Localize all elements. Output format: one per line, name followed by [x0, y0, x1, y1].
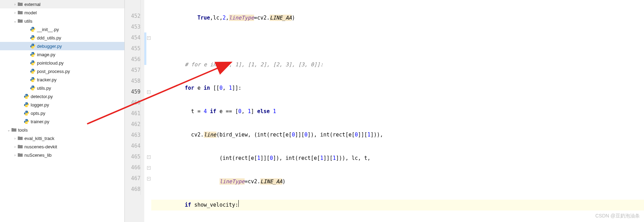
- python-file-icon: [30, 85, 36, 91]
- tree-item-utils[interactable]: ⌄utils: [0, 17, 124, 25]
- svg-point-5: [33, 48, 34, 48]
- svg-point-14: [32, 86, 32, 86]
- svg-point-16: [25, 94, 26, 95]
- tree-item-pointcloud-py[interactable]: pointcloud.py: [0, 59, 124, 67]
- fold-column: −−−−−: [146, 0, 151, 222]
- line-number[interactable]: 458: [125, 76, 141, 87]
- expand-arrow-icon[interactable]: ›: [13, 145, 17, 149]
- line-number[interactable]: 467: [125, 173, 141, 184]
- tree-item-ddd-utils-py[interactable]: ddd_utils.py: [0, 34, 124, 42]
- tree-item---init---py[interactable]: __init__.py: [0, 25, 124, 34]
- line-number[interactable]: 452: [125, 11, 141, 22]
- tree-item-tools[interactable]: ⌄tools: [0, 126, 124, 134]
- tree-item-detector-py[interactable]: detector.py: [0, 92, 124, 101]
- text-cursor: [238, 200, 239, 207]
- fold-marker: [146, 119, 151, 130]
- line-number[interactable]: 466: [125, 162, 141, 173]
- folder-icon: [17, 1, 23, 7]
- expand-arrow-icon[interactable]: ⌄: [13, 19, 17, 23]
- svg-point-8: [32, 61, 32, 61]
- fold-marker: [146, 65, 151, 76]
- fold-marker: [146, 11, 151, 22]
- watermark: CSDN @豆奶泡油条: [595, 213, 640, 219]
- tree-item-label: tools: [18, 127, 28, 133]
- fold-marker[interactable]: −: [146, 162, 151, 173]
- tree-item-post-process-py[interactable]: post_process.py: [0, 67, 124, 75]
- python-file-icon: [30, 77, 36, 82]
- tree-item-tracker-py[interactable]: tracker.py: [0, 75, 124, 84]
- fold-marker[interactable]: −: [146, 173, 151, 184]
- folder-icon: [17, 135, 23, 141]
- line-number[interactable]: 465: [125, 151, 141, 162]
- expand-arrow-icon[interactable]: ⌄: [6, 128, 11, 132]
- tree-item-nuscenes-devkit[interactable]: ›nuscenes-devkit: [0, 142, 124, 151]
- line-number[interactable]: 461: [125, 108, 141, 119]
- line-number[interactable]: 454: [125, 32, 141, 43]
- tree-item-opts-py[interactable]: opts.py: [0, 109, 124, 117]
- tree-item-label: external: [24, 2, 40, 7]
- python-file-icon: [30, 27, 36, 32]
- folder-icon: [11, 127, 17, 133]
- tree-item-logger-py[interactable]: logger.py: [0, 101, 124, 109]
- tree-item-label: nuscenes-devkit: [24, 144, 57, 149]
- line-number[interactable]: 453: [125, 22, 141, 32]
- folder-icon: [17, 10, 23, 15]
- fold-marker: [146, 108, 151, 119]
- current-line[interactable]: if show_velocity:: [151, 200, 644, 210]
- tree-item-nuscenes-lib[interactable]: ›nuScenes_lib: [0, 151, 124, 159]
- line-number[interactable]: 459: [125, 87, 141, 97]
- tree-item-label: image.py: [37, 52, 55, 57]
- python-file-icon: [30, 35, 36, 40]
- tree-item-label: model: [24, 10, 37, 15]
- fold-marker[interactable]: −: [146, 151, 151, 162]
- fold-marker: [146, 97, 151, 108]
- expand-arrow-icon[interactable]: ›: [13, 2, 17, 6]
- fold-marker[interactable]: −: [146, 32, 151, 43]
- python-file-icon: [30, 43, 36, 49]
- python-file-icon: [24, 110, 29, 116]
- tree-item-utils-py[interactable]: utils.py: [0, 84, 124, 92]
- svg-point-4: [32, 44, 32, 44]
- line-number[interactable]: [125, 0, 141, 11]
- line-number[interactable]: 456: [125, 54, 141, 65]
- tree-item-eval-kitti-track[interactable]: ›eval_kitti_track: [0, 134, 124, 142]
- code-area[interactable]: True,lc,2,lineType=cv2.LINE_AA) # for e …: [151, 0, 644, 222]
- tree-item-label: nuScenes_lib: [24, 153, 52, 158]
- svg-point-12: [32, 77, 32, 78]
- expand-arrow-icon[interactable]: ›: [13, 11, 17, 15]
- line-number[interactable]: 468: [125, 184, 141, 195]
- fold-marker: [146, 0, 151, 11]
- python-file-icon: [30, 60, 36, 66]
- tree-item-trainer-py[interactable]: trainer.py: [0, 117, 124, 126]
- svg-point-7: [33, 56, 34, 57]
- line-number[interactable]: 457: [125, 65, 141, 76]
- tree-item-external[interactable]: ›external: [0, 0, 124, 8]
- expand-arrow-icon[interactable]: ›: [13, 153, 17, 157]
- line-number[interactable]: 464: [125, 141, 141, 151]
- tree-item-label: logger.py: [31, 102, 49, 108]
- code-editor[interactable]: 4524534544554564574584594604614624634644…: [125, 0, 644, 222]
- svg-point-15: [33, 90, 34, 90]
- svg-point-2: [32, 36, 32, 36]
- svg-point-3: [33, 39, 34, 40]
- fold-marker[interactable]: −: [146, 87, 151, 97]
- svg-point-1: [33, 31, 34, 31]
- svg-point-6: [32, 52, 32, 53]
- svg-point-10: [32, 69, 32, 69]
- line-number[interactable]: 463: [125, 130, 141, 141]
- tree-item-image-py[interactable]: image.py: [0, 50, 124, 59]
- folder-icon: [17, 144, 23, 149]
- tree-item-label: __init__.py: [37, 27, 59, 32]
- svg-point-23: [27, 123, 28, 124]
- fold-marker: [146, 130, 151, 141]
- tree-item-debugger-py[interactable]: debugger.py: [0, 42, 124, 50]
- line-number[interactable]: 460: [125, 97, 141, 108]
- tree-item-label: eval_kitti_track: [24, 136, 54, 141]
- tree-item-label: opts.py: [31, 111, 45, 116]
- line-number[interactable]: 455: [125, 43, 141, 54]
- project-tree[interactable]: ›external›model⌄utils__init__.pyddd_util…: [0, 0, 125, 222]
- fold-marker: [146, 141, 151, 151]
- line-number[interactable]: 462: [125, 119, 141, 130]
- expand-arrow-icon[interactable]: ›: [13, 136, 17, 140]
- tree-item-model[interactable]: ›model: [0, 8, 124, 17]
